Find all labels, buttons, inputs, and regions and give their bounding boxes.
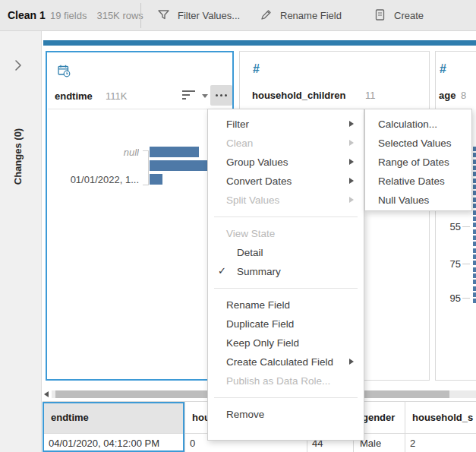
menu-item-summary[interactable]: Summary✓ [208,262,364,281]
menu-item-create-calculated-field[interactable]: Create Calculated Field [208,352,364,371]
field-count-age: 8 [461,90,466,101]
submenu-arrow-icon [349,359,354,365]
field-context-menu: FilterCleanGroup ValuesConvert DatesSpli… [207,109,364,441]
age-histogram-bar-tip [473,229,476,234]
submenu-arrow-icon [349,197,354,203]
menu-item-label: Group Values [226,156,288,168]
profile-pane-scroll-strip[interactable] [43,40,476,46]
changes-panel-label: Changes (0) [12,111,27,202]
menu-item-remove[interactable]: Remove [208,405,364,424]
axis-tick [143,185,149,185]
menu-item-rename-field[interactable]: Rename Field [208,296,364,315]
submenu-arrow-icon [349,159,354,165]
menu-item-convert-dates[interactable]: Convert Dates [208,172,364,191]
field-name-age: age [439,90,456,101]
histogram-bar[interactable] [150,160,215,171]
field-name-endtime: endtime [55,90,93,102]
filter-submenu: Calculation...Selected ValuesRange of Da… [364,109,472,211]
age-histogram-bar-tip [473,254,476,259]
age-histogram-bar-tip [473,286,476,291]
field-card-age[interactable]: # age 8 557595 [435,51,476,381]
age-histogram-bar-tip [473,153,476,157]
age-histogram-bar-tip [473,147,476,151]
age-axis-tick-mark [462,298,470,299]
dataset-summary: 19 fields315K rows [50,10,143,21]
menu-item-view-state: View State [208,224,364,243]
create-calculated-field-button[interactable]: Create [374,0,424,31]
age-histogram-bar-tip [473,198,476,202]
age-histogram-bar-tip [473,210,476,215]
grid-cell[interactable]: 2 [405,434,475,452]
menu-item-label: Clean [226,137,253,149]
menu-item-publish-as-data-role: Publish as Data Role... [208,371,364,390]
menu-item-label: Summary [237,266,281,277]
scroll-left-arrow-icon[interactable] [44,391,49,397]
card-header-separator [48,109,232,109]
histogram-bin-label: null [48,147,139,158]
expand-changes-chevron-icon[interactable] [12,58,24,75]
age-histogram-bar-tip [473,242,476,246]
age-histogram-bar-tip [473,160,476,164]
changes-sidebar: Changes (0) [0,31,42,452]
age-histogram-bar-tip [473,204,476,208]
menu-item-split-values: Split Values [208,191,364,210]
step-title: Clean 1 [8,9,46,21]
field-card-endtime[interactable]: endtime 111K null01/01/2022, 1... [46,51,234,381]
create-field-label: Create [394,10,424,21]
axis-line [148,150,149,185]
menu-item-label: Duplicate Field [226,318,294,330]
age-histogram-bar-tip [473,235,476,240]
age-histogram-bar-tip [473,166,476,170]
menu-item-duplicate-field[interactable]: Duplicate Field [208,315,364,333]
histogram-bar[interactable] [150,174,162,185]
grid-cell[interactable]: 04/01/2020, 04:12:00 PM [43,434,184,452]
submenu-item-selected-values[interactable]: Selected Values [365,134,471,153]
submenu-item-range-of-dates[interactable]: Range of Dates [365,153,471,172]
toolbar-divider [140,3,141,28]
age-histogram-bar-tip [473,299,476,303]
submenu-item-relative-dates[interactable]: Relative Dates [365,172,471,191]
age-histogram-bar-tip [473,267,476,272]
field-more-options-button[interactable] [210,85,232,106]
grid-header-household_s[interactable]: household_s [405,402,475,433]
menu-item-label: Split Values [226,194,279,206]
number-type-icon[interactable]: # [253,62,260,76]
sort-icon[interactable] [182,90,196,100]
grid-header-endtime[interactable]: endtime [43,402,184,433]
age-histogram-bar-tip [473,273,476,278]
submenu-arrow-icon [349,121,354,127]
menu-item-label: View State [226,228,275,239]
menu-item-label: Publish as Data Role... [226,375,330,387]
submenu-arrow-icon [349,140,354,146]
sort-caret-down-icon[interactable] [202,94,208,98]
age-axis-tick-label: 55 [438,221,461,232]
menu-separator [214,397,358,398]
checkmark-icon: ✓ [218,265,226,277]
rename-field-label: Rename Field [280,10,342,21]
age-histogram-bar-tip [473,191,476,195]
submenu-item-calculation[interactable]: Calculation... [365,115,471,134]
submenu-item-null-values[interactable]: Null Values [365,191,471,210]
menu-separator [214,217,358,217]
age-histogram-bar-tip [473,261,476,265]
date-time-type-icon[interactable] [57,64,71,81]
menu-item-keep-only-field[interactable]: Keep Only Field [208,333,364,352]
filter-values-button[interactable]: Filter Values... [157,0,240,31]
rename-field-button[interactable]: Rename Field [260,0,342,31]
age-histogram-bar-tip [473,280,476,284]
fields-count: 19 fields [50,10,87,21]
menu-item-detail[interactable]: Detail [208,243,364,262]
age-axis-tick-mark [462,264,470,264]
age-histogram-bar-tip [473,223,476,227]
submenu-arrow-icon [349,178,354,184]
menu-item-label: Create Calculated Field [226,356,333,368]
histogram-bar[interactable] [150,147,199,157]
menu-item-filter[interactable]: Filter [208,115,364,134]
age-histogram-bar-tip [473,172,476,176]
number-type-icon[interactable]: # [440,62,446,76]
histogram-bin-label: 01/01/2022, 1... [48,174,139,185]
age-axis-tick-label: 75 [438,258,461,270]
menu-item-group-values[interactable]: Group Values [208,153,364,172]
pencil-icon [260,8,273,24]
toolbar: Clean 1 19 fields315K rows Filter Values… [0,0,476,31]
